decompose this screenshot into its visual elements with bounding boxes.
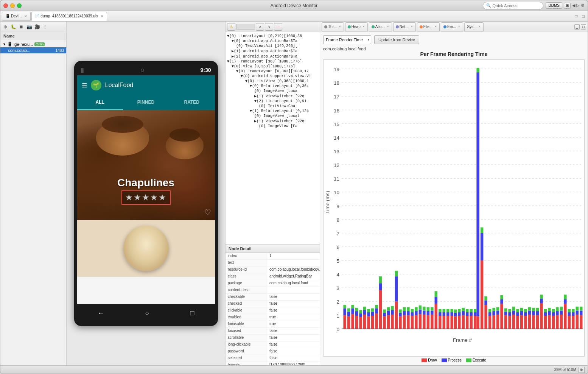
minimize-button[interactable] — [10, 3, 15, 8]
tree-line-15[interactable]: ▼(1) RelativeLayout [0,12¢ — [226, 109, 320, 114]
nav-arrows[interactable]: ◀ ▷ — [572, 3, 579, 8]
rt-tab-thr[interactable]: Thr... ✕ — [322, 22, 344, 31]
tree-line-16[interactable]: (0) ImageView [Locat — [226, 114, 320, 118]
tree-line-10[interactable]: ▼(0) RelativeLayout [0,36: — [226, 84, 320, 89]
hamburger-icon[interactable]: ☰ — [82, 82, 87, 89]
svg-rect-170 — [508, 309, 511, 312]
close-button[interactable] — [3, 3, 8, 8]
tree-line-12[interactable]: ▶(1) ViewSwitcher [92¢ — [226, 94, 320, 99]
svg-rect-204 — [556, 315, 558, 329]
svg-rect-213 — [568, 316, 571, 329]
svg-rect-60 — [367, 316, 370, 329]
file-close[interactable]: ✕ — [434, 25, 437, 28]
svg-rect-114 — [427, 315, 429, 329]
svg-rect-51 — [355, 316, 358, 329]
up-button[interactable]: ∧ — [256, 23, 264, 31]
svg-rect-106 — [415, 311, 417, 315]
recents-nav-btn[interactable]: □ — [190, 309, 194, 317]
tree-line-13[interactable]: ▼(2) LinearLayout [0,91 — [226, 99, 320, 104]
minimize-right-icon[interactable]: _ — [574, 24, 580, 30]
sys-close[interactable]: ✕ — [478, 25, 481, 28]
tab-pinned[interactable]: PINNED — [123, 95, 169, 110]
nd-val: com.colabug.local.food:id/cov... — [267, 266, 320, 273]
app-header: ☰ 🌱 LocalFood — [77, 75, 215, 95]
thr-close[interactable]: ✕ — [339, 25, 341, 28]
tree-line-1[interactable]: ▼(0) android.app.ActionBar$Ta — [226, 39, 320, 44]
tree-line-8[interactable]: ▼(0) android.support.v4.view.Vi — [226, 74, 320, 79]
phone-bluetooth-icon: ⬡ — [141, 68, 144, 72]
svg-rect-202 — [552, 312, 555, 316]
tree-line-11[interactable]: (0) ImageView [Loca — [226, 89, 320, 94]
device-item-app[interactable]: com.colab... 1483 — [0, 47, 66, 53]
input-placeholder[interactable] — [236, 24, 255, 30]
rt-tab-heap[interactable]: Heap ✕ — [345, 22, 368, 31]
maximize-right-icon[interactable]: □ — [581, 24, 586, 30]
quick-access-input[interactable] — [492, 3, 540, 8]
svg-rect-99 — [407, 315, 409, 329]
ddms-button[interactable]: DDMS — [546, 2, 562, 9]
svg-rect-222 — [580, 315, 582, 329]
tree-line-18[interactable]: (0) ImageView [Fa — [226, 124, 320, 129]
net-close[interactable]: ✕ — [411, 25, 413, 28]
svg-rect-117 — [431, 315, 433, 329]
nd-val: com.colabug.local.food — [267, 280, 320, 287]
more-icon[interactable]: ⋮ — [42, 23, 48, 30]
tree-line-5[interactable]: ▼(1) FrameLayout [363][1080,1776] — [226, 59, 320, 64]
camera-icon[interactable]: 🎥 — [34, 23, 40, 30]
tab-dump[interactable]: 📄 dump_418680118612241​9039.uix ✕ — [31, 12, 107, 21]
tab-devi[interactable]: 📱 Devi... ✕ — [2, 12, 31, 21]
svg-rect-127 — [443, 312, 445, 316]
rt-tab-em[interactable]: Em... ✕ — [441, 22, 463, 31]
tree-line-2[interactable]: (0) TextView:All [149,266][ — [226, 44, 320, 48]
svg-rect-96 — [403, 315, 406, 329]
chart-type-select[interactable]: Frame Render Time CPU Load Memory Usage — [323, 35, 371, 44]
tree-line-6[interactable]: ▼(0) View [0,363][1080,1776] — [226, 64, 320, 69]
minimize-panel-icon[interactable]: ▭ — [573, 14, 580, 19]
device-item-nexus[interactable]: ▼ 📱 lge-nexu... Onlin — [0, 41, 66, 47]
tab-dump-close[interactable]: ✕ — [101, 14, 104, 18]
target-icon[interactable]: ⊕ — [2, 23, 9, 30]
tree-line-17[interactable]: ▶(1) ViewSwitcher [92¢ — [226, 118, 320, 124]
rt-tab-sys[interactable]: Sys... ✕ — [464, 22, 484, 31]
tab-rated[interactable]: RATED — [169, 95, 215, 110]
quick-access-box[interactable]: 🔍 — [483, 2, 543, 9]
down-button[interactable]: ∨ — [265, 23, 273, 31]
allo-close[interactable]: ✕ — [387, 25, 389, 28]
warn-button[interactable]: ⚠ — [227, 23, 235, 31]
heap-close[interactable]: ✕ — [362, 25, 365, 28]
nd-row-content-desc: content-desc — [226, 287, 320, 294]
tree-line-9[interactable]: ▼(0) ListView [0,363][1080,1 — [226, 79, 320, 84]
svg-rect-169 — [508, 312, 511, 316]
tree-line-0[interactable]: ▼(0) LinearLayout [0,219][1080,36 — [226, 34, 320, 39]
rt-tab-allo[interactable]: Allo... ✕ — [369, 22, 392, 31]
tree-line-7[interactable]: ▼(0) FrameLayout [0,363][1080,17 — [226, 69, 320, 74]
debug-icon[interactable]: 🐛 — [10, 23, 17, 30]
nd-key: enabled — [226, 314, 267, 321]
settings-icon[interactable]: ⚙ — [581, 3, 585, 8]
rt-tab-file[interactable]: File... ✕ — [417, 22, 440, 31]
back-nav-btn[interactable]: ← — [98, 309, 104, 317]
tab-devi-close[interactable]: ✕ — [24, 14, 27, 18]
svg-text:15: 15 — [334, 122, 339, 127]
stop-button[interactable]: — — [274, 23, 282, 31]
heart-button[interactable]: ♡ — [204, 208, 211, 217]
screenshot-icon[interactable]: 📷 — [26, 23, 33, 30]
memory-icon[interactable]: 🗑 — [579, 367, 585, 373]
nd-key: checkable — [226, 294, 267, 300]
stop-icon[interactable]: ⏹ — [18, 23, 25, 30]
tree-line-14[interactable]: (0) TextView:Cha — [226, 104, 320, 109]
rt-tab-net[interactable]: Net... ✕ — [393, 22, 416, 31]
svg-rect-196 — [544, 312, 547, 316]
tree-line-4[interactable]: ▶(2) android.app.ActionBar$Ta — [226, 54, 320, 59]
svg-text:9: 9 — [336, 203, 339, 209]
legend-process-label: Process — [448, 358, 462, 362]
maximize-panel-icon[interactable]: □ — [580, 14, 586, 19]
home-nav-btn[interactable]: ○ — [145, 309, 149, 317]
tab-all[interactable]: ALL — [77, 95, 123, 110]
tab-dump-icon: 📄 — [35, 14, 39, 18]
grid-icon[interactable]: ⊞ — [564, 3, 571, 9]
tree-line-3[interactable]: ▶(1) android.app.ActionBar$Ta — [226, 48, 320, 54]
em-close[interactable]: ✕ — [458, 25, 460, 28]
update-from-device-button[interactable]: Update from Device — [374, 35, 419, 44]
maximize-button[interactable] — [17, 3, 22, 8]
